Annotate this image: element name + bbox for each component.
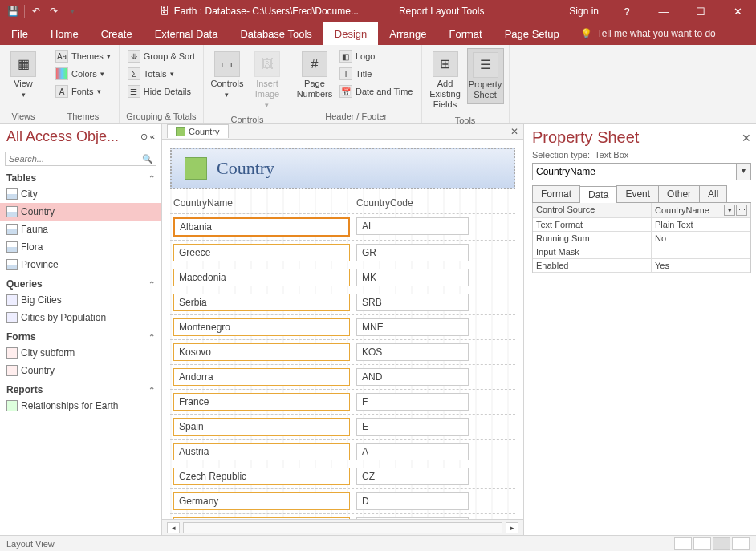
totals-button[interactable]: ΣTotals▾ <box>124 66 198 82</box>
nav-section-reports[interactable]: Reports⌃ <box>0 379 161 397</box>
property-value[interactable]: Yes <box>652 259 750 272</box>
cell-country-code[interactable]: MNE <box>356 318 469 336</box>
tell-me-search[interactable]: 💡 Tell me what you want to do <box>571 22 756 45</box>
controls-button[interactable]: ▭ Controls▾ <box>209 48 246 103</box>
cell-country-name[interactable]: Germany <box>173 492 350 510</box>
cell-country-name[interactable]: Montenegro <box>173 318 350 336</box>
property-row[interactable]: Control SourceCountryName▾⋯ <box>533 203 750 218</box>
close-icon[interactable]: ✕ <box>719 0 756 22</box>
cell-country-name[interactable]: France <box>173 393 350 411</box>
prop-tab-data[interactable]: Data <box>579 186 617 203</box>
page-numbers-button[interactable]: # Page Numbers <box>296 48 333 103</box>
scroll-track[interactable] <box>183 522 502 533</box>
group-sort-button[interactable]: ⟱Group & Sort <box>124 48 198 64</box>
chevron-down-icon[interactable]: ▾ <box>736 164 750 180</box>
property-value[interactable] <box>652 245 750 258</box>
nav-section-queries[interactable]: Queries⌃ <box>0 273 161 291</box>
colors-button[interactable]: Colors▾ <box>52 66 114 82</box>
view-print-icon[interactable] <box>693 537 711 550</box>
logo-button[interactable]: ◧Logo <box>336 48 417 64</box>
nav-item[interactable]: City <box>0 185 161 203</box>
nav-item[interactable]: Big Cities <box>0 291 161 309</box>
tab-design[interactable]: Design <box>323 22 378 45</box>
cell-country-name[interactable]: Spain <box>173 418 350 436</box>
nav-item[interactable]: Fauna <box>0 221 161 238</box>
cell-country-name[interactable]: Albania <box>173 217 350 237</box>
cell-country-code[interactable]: D <box>356 492 469 510</box>
col-header-name[interactable]: CountryName <box>170 197 353 209</box>
property-row[interactable]: Input Mask <box>533 245 750 259</box>
qat-more-icon[interactable] <box>65 5 78 18</box>
cell-country-code[interactable]: GR <box>356 244 469 261</box>
report-layout[interactable]: Country CountryName CountryCode AlbaniaA… <box>162 140 523 519</box>
cell-country-name[interactable]: Austria <box>173 443 350 460</box>
tab-database-tools[interactable]: Database Tools <box>229 22 323 45</box>
view-layout-icon[interactable] <box>713 537 730 550</box>
cell-country-code[interactable]: F <box>356 393 469 411</box>
tab-file[interactable]: File <box>0 22 39 45</box>
sign-in-link[interactable]: Sign in <box>559 6 608 17</box>
nav-item[interactable]: Flora <box>0 238 161 256</box>
nav-item[interactable]: Country <box>0 362 161 379</box>
title-button[interactable]: TTitle <box>336 66 417 82</box>
close-document-icon[interactable]: ✕ <box>510 126 518 137</box>
builder-icon[interactable]: ⋯ <box>736 205 747 216</box>
nav-section-tables[interactable]: Tables⌃ <box>0 168 161 185</box>
cell-country-name[interactable]: Czech Republic <box>173 468 350 485</box>
cell-country-name[interactable]: Kosovo <box>173 343 350 361</box>
tab-home[interactable]: Home <box>39 22 90 45</box>
nav-item[interactable]: Country <box>0 203 161 221</box>
cell-country-name[interactable]: Macedonia <box>173 269 350 286</box>
property-value[interactable]: No <box>652 232 750 245</box>
tab-create[interactable]: Create <box>90 22 144 45</box>
prop-tab-event[interactable]: Event <box>616 185 659 202</box>
prop-tab-all[interactable]: All <box>699 185 727 202</box>
cell-country-code[interactable]: CZ <box>356 468 469 485</box>
property-row[interactable]: Running SumNo <box>533 232 750 245</box>
report-title[interactable]: Country <box>217 158 274 179</box>
add-existing-fields-button[interactable]: ⊞ Add Existing Fields <box>427 48 464 114</box>
nav-collapse-icon[interactable]: ⊙ « <box>140 132 155 142</box>
nav-item[interactable]: Cities by Population <box>0 309 161 326</box>
undo-icon[interactable]: ↶ <box>30 5 43 18</box>
view-design-icon[interactable] <box>732 537 750 550</box>
selection-combo-input[interactable] <box>533 164 736 180</box>
view-report-icon[interactable] <box>674 537 692 550</box>
close-property-sheet-icon[interactable]: ✕ <box>742 132 751 144</box>
scroll-right-icon[interactable]: ▸ <box>506 522 518 533</box>
nav-search-input[interactable] <box>5 152 156 166</box>
cell-country-code[interactable]: AL <box>356 217 469 235</box>
cell-country-name[interactable]: Hungary <box>173 517 350 519</box>
search-icon[interactable]: 🔍 <box>142 154 153 164</box>
nav-section-forms[interactable]: Forms⌃ <box>0 326 161 344</box>
property-row[interactable]: EnabledYes <box>533 259 750 273</box>
cell-country-name[interactable]: Andorra <box>173 368 350 386</box>
insert-image-button[interactable]: 🖼 Insert Image▾ <box>249 48 286 113</box>
view-button[interactable]: ▦ View ▾ <box>5 48 42 103</box>
col-header-code[interactable]: CountryCode <box>353 197 474 209</box>
nav-search[interactable]: 🔍 <box>5 152 156 166</box>
tab-page-setup[interactable]: Page Setup <box>494 22 571 45</box>
help-icon[interactable]: ? <box>608 0 645 22</box>
redo-icon[interactable]: ↷ <box>47 5 60 18</box>
selection-combo[interactable]: ▾ <box>532 163 751 180</box>
scroll-left-icon[interactable]: ◂ <box>167 522 180 533</box>
document-tab-country[interactable]: Country <box>167 124 229 138</box>
tab-arrange[interactable]: Arrange <box>378 22 437 45</box>
cell-country-code[interactable]: SRB <box>356 294 469 311</box>
tab-external-data[interactable]: External Data <box>144 22 230 45</box>
prop-tab-other[interactable]: Other <box>658 185 700 202</box>
cell-country-code[interactable]: E <box>356 418 469 436</box>
hide-details-button[interactable]: ☰Hide Details <box>124 83 198 99</box>
prop-tab-format[interactable]: Format <box>532 185 580 202</box>
themes-button[interactable]: AaThemes▾ <box>52 48 114 64</box>
cell-country-code[interactable]: MK <box>356 269 469 286</box>
horizontal-scrollbar[interactable]: ◂ ▸ <box>162 519 523 535</box>
tab-format[interactable]: Format <box>438 22 494 45</box>
property-row[interactable]: Text FormatPlain Text <box>533 218 750 232</box>
maximize-icon[interactable]: ☐ <box>682 0 719 22</box>
nav-item[interactable]: Relationships for Earth <box>0 397 161 415</box>
minimize-icon[interactable]: — <box>645 0 682 22</box>
property-sheet-button[interactable]: ☰ Property Sheet <box>467 48 504 104</box>
cell-country-name[interactable]: Serbia <box>173 294 350 311</box>
